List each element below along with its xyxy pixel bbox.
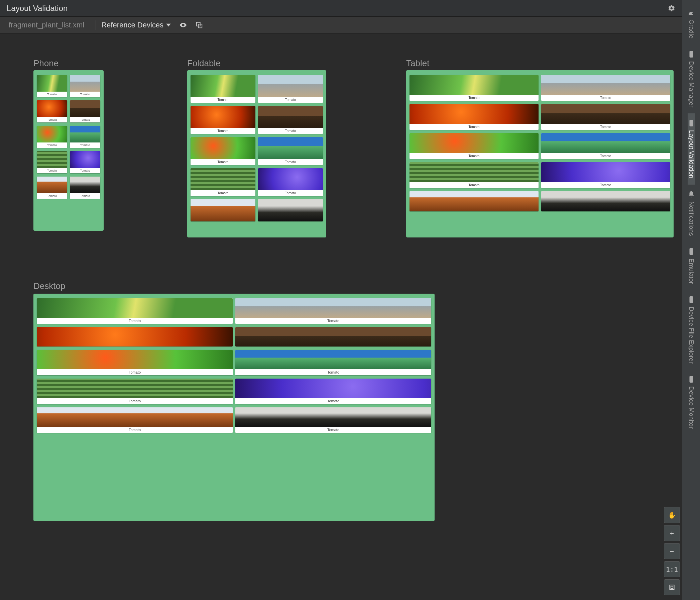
- titlebar: Layout Validation: [0, 0, 700, 17]
- zoom-in-button[interactable]: +: [664, 525, 680, 541]
- plant-card[interactable]: [409, 191, 539, 211]
- plant-card[interactable]: [37, 327, 233, 346]
- rail-item-gradle[interactable]: Gradle: [688, 3, 695, 45]
- plant-card[interactable]: Tomato: [70, 126, 100, 148]
- rail-item-layout-validation[interactable]: Layout Validation: [688, 113, 695, 184]
- plant-card[interactable]: Tomato: [541, 104, 670, 130]
- plant-image: [70, 100, 100, 117]
- plant-caption: Tomato: [37, 398, 233, 404]
- device-label-phone: Phone: [33, 58, 58, 69]
- device-frame-phone[interactable]: TomatoTomatoTomatoTomatoTomatoTomatoToma…: [33, 70, 104, 231]
- plant-card[interactable]: Tomato: [37, 100, 67, 122]
- plant-caption: Tomato: [191, 128, 255, 134]
- plant-card[interactable]: Tomato: [70, 75, 100, 97]
- zoom-fit-button[interactable]: [664, 579, 680, 595]
- rail-item-device-monitor[interactable]: Device Monitor: [688, 369, 695, 435]
- plant-card[interactable]: Tomato: [258, 106, 323, 134]
- file-chip[interactable]: fragment_plant_list.xml: [4, 19, 89, 31]
- subbar: fragment_plant_list.xml Reference Device…: [0, 17, 700, 33]
- plant-caption: Tomato: [541, 95, 670, 101]
- plant-caption: Tomato: [258, 97, 323, 103]
- plant-card[interactable]: Tomato: [258, 137, 323, 165]
- plant-card[interactable]: Tomato: [70, 100, 100, 122]
- layout-canvas[interactable]: PhoneTomatoTomatoTomatoTomatoTomatoTomat…: [0, 33, 682, 600]
- plant-card[interactable]: Tomato: [191, 168, 255, 196]
- plant-image: [541, 133, 670, 153]
- plant-image: [258, 199, 323, 221]
- plant-caption: Tomato: [37, 92, 67, 97]
- plant-image: [37, 407, 233, 427]
- plant-caption: Tomato: [37, 318, 233, 324]
- plant-caption: Tomato: [37, 117, 67, 122]
- dropdown-label: Reference Devices: [101, 21, 164, 29]
- plant-card[interactable]: Tomato: [191, 106, 255, 134]
- plant-card[interactable]: Tomato: [37, 126, 67, 148]
- rail-item-notifications[interactable]: Notifications: [688, 185, 695, 242]
- plant-card[interactable]: [191, 199, 255, 221]
- plant-caption: Tomato: [191, 190, 255, 196]
- plant-card[interactable]: Tomato: [70, 151, 100, 173]
- phone-icon: [688, 296, 695, 303]
- plant-image: [541, 162, 670, 182]
- multi-window-icon[interactable]: [194, 19, 205, 31]
- zoom-out-button[interactable]: −: [664, 543, 680, 559]
- plant-card[interactable]: Tomato: [191, 137, 255, 165]
- visibility-icon[interactable]: [177, 19, 189, 31]
- device-frame-tablet[interactable]: TomatoTomatoTomatoTomatoTomatoTomatoToma…: [406, 70, 674, 237]
- rail-item-device-file-explorer[interactable]: Device File Explorer: [688, 290, 695, 369]
- svg-rect-13: [670, 585, 674, 589]
- plant-card[interactable]: Tomato: [409, 133, 539, 159]
- plant-card[interactable]: Tomato: [37, 75, 67, 97]
- rail-item-emulator[interactable]: Emulator: [688, 242, 695, 290]
- plant-card[interactable]: Tomato: [70, 176, 100, 199]
- plant-card[interactable]: Tomato: [541, 133, 670, 159]
- plant-card[interactable]: [258, 199, 323, 221]
- plant-card[interactable]: Tomato: [235, 298, 431, 324]
- plant-image: [37, 298, 233, 318]
- reference-devices-dropdown[interactable]: Reference Devices: [99, 19, 173, 31]
- plant-card[interactable]: [235, 327, 431, 346]
- plant-caption: Tomato: [37, 193, 67, 199]
- plant-image: [541, 104, 670, 124]
- plant-image: [409, 191, 539, 211]
- plant-card[interactable]: Tomato: [37, 298, 233, 324]
- plant-image: [409, 133, 539, 153]
- plant-caption: Tomato: [409, 182, 539, 188]
- pan-button[interactable]: ✋: [664, 507, 680, 523]
- plant-card[interactable]: [541, 191, 670, 211]
- plant-image: [235, 350, 431, 369]
- device-label-desktop: Desktop: [33, 281, 65, 291]
- plant-card[interactable]: Tomato: [541, 75, 670, 101]
- plant-card[interactable]: Tomato: [37, 350, 233, 375]
- plant-card[interactable]: Tomato: [235, 350, 431, 375]
- zoom-panel: ✋ + − 1:1: [664, 507, 680, 595]
- plant-card[interactable]: Tomato: [235, 407, 431, 433]
- plant-image: [258, 75, 323, 97]
- plant-image: [70, 176, 100, 193]
- rail-label: Layout Validation: [688, 130, 695, 178]
- plant-card[interactable]: Tomato: [37, 176, 67, 199]
- plant-card[interactable]: Tomato: [235, 379, 431, 404]
- device-frame-desktop[interactable]: TomatoTomatoTomatoTomatoTomatoTomatoToma…: [33, 294, 434, 521]
- plant-card[interactable]: Tomato: [258, 75, 323, 103]
- device-label-tablet: Tablet: [406, 58, 429, 69]
- plant-card[interactable]: Tomato: [37, 151, 67, 173]
- divider: [96, 20, 96, 30]
- plant-card[interactable]: Tomato: [191, 75, 255, 103]
- plant-card[interactable]: Tomato: [37, 379, 233, 404]
- plant-card[interactable]: Tomato: [541, 162, 670, 188]
- plant-image: [191, 137, 255, 159]
- plant-card[interactable]: Tomato: [37, 407, 233, 433]
- device-frame-foldable[interactable]: TomatoTomatoTomatoTomatoTomatoTomatoToma…: [187, 70, 326, 237]
- gear-icon[interactable]: [666, 3, 677, 14]
- zoom-1to1-button[interactable]: 1:1: [664, 561, 680, 577]
- plant-image: [191, 199, 255, 221]
- plant-card[interactable]: Tomato: [409, 162, 539, 188]
- plant-card[interactable]: Tomato: [409, 75, 539, 101]
- rail-label: Gradle: [688, 19, 695, 39]
- plant-card[interactable]: Tomato: [258, 168, 323, 196]
- rail-item-device-manager[interactable]: Device Manager: [688, 45, 695, 113]
- plant-card[interactable]: Tomato: [409, 104, 539, 130]
- plant-caption: Tomato: [191, 97, 255, 103]
- plant-image: [191, 106, 255, 128]
